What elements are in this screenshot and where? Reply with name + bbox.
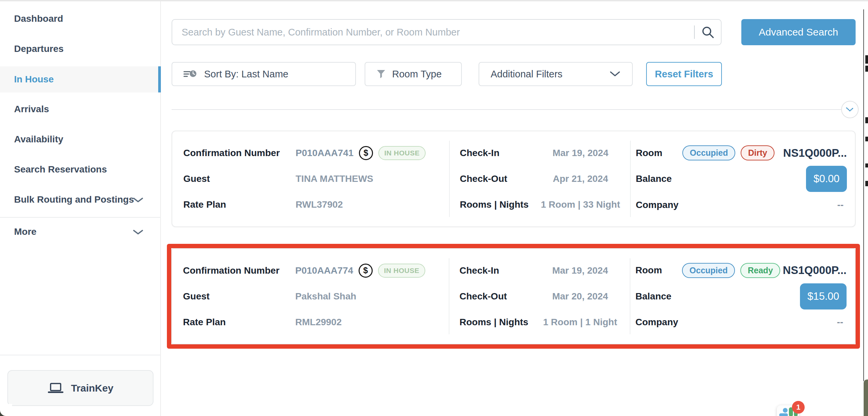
app-window: Dashboard Departures In House Arrivals A… xyxy=(0,0,868,416)
chevron-down-icon xyxy=(133,197,144,203)
check-in-date: Mar 19, 2024 xyxy=(532,148,629,158)
dollar-icon[interactable]: $ xyxy=(359,146,373,160)
room-label: Room xyxy=(636,265,662,276)
chevron-down-icon xyxy=(609,71,621,77)
guest-label: Guest xyxy=(183,173,296,184)
trainkey-button[interactable]: TrainKey xyxy=(7,370,154,406)
background-window-fragment xyxy=(865,181,868,186)
sidebar: Dashboard Departures In House Arrivals A… xyxy=(0,1,161,416)
search-input[interactable] xyxy=(172,19,721,45)
chat-icon-shape xyxy=(779,413,788,416)
status-badge: IN HOUSE xyxy=(378,146,426,160)
check-out-label: Check-Out xyxy=(460,291,531,302)
confirmation-number[interactable]: P010AAA741 xyxy=(296,148,353,158)
reservation-card[interactable]: Confirmation Number P010AAA741 $ IN HOUS… xyxy=(172,131,856,227)
advanced-search-button[interactable]: Advanced Search xyxy=(741,19,856,45)
card-column-divider xyxy=(449,258,450,334)
background-window-fragment xyxy=(865,66,868,72)
room-number: NS1Q000P... xyxy=(783,147,847,159)
housekeeping-badge: Dirty xyxy=(741,146,775,160)
company-label: Company xyxy=(636,317,678,327)
background-window-fragment xyxy=(865,163,868,167)
occupancy-badge: Occupied xyxy=(682,263,735,278)
highlight-box: Confirmation Number P010AAA774 $ IN HOUS… xyxy=(167,244,860,349)
balance-label: Balance xyxy=(636,173,672,184)
sidebar-item-departures[interactable]: Departures xyxy=(0,36,161,62)
check-out-label: Check-Out xyxy=(460,173,532,184)
room-type-label: Room Type xyxy=(392,69,442,80)
card-column-divider xyxy=(630,141,631,217)
background-window-fragment xyxy=(864,380,868,416)
background-window-fragment xyxy=(865,55,868,64)
company-value: -- xyxy=(837,317,846,327)
check-in-date: Mar 19, 2024 xyxy=(531,265,629,276)
room-label: Room xyxy=(636,148,662,158)
chevron-down-icon xyxy=(133,229,144,235)
company-label: Company xyxy=(636,200,679,210)
chat-icon-shape xyxy=(783,408,787,413)
confirmation-label: Confirmation Number xyxy=(183,148,296,158)
sort-by-label: Sort By: Last Name xyxy=(204,69,288,80)
rooms-nights-label: Rooms | Nights xyxy=(460,317,531,327)
check-in-label: Check-In xyxy=(460,265,531,276)
laptop-icon xyxy=(48,383,64,393)
background-window-edge xyxy=(863,9,864,381)
card-column-divider xyxy=(630,258,630,334)
rate-plan-label: Rate Plan xyxy=(183,199,296,210)
rate-plan-value: RML29902 xyxy=(295,317,342,327)
sidebar-item-bulk-routing[interactable]: Bulk Routing and Postings xyxy=(0,187,161,213)
additional-filters-button[interactable]: Additional Filters xyxy=(478,62,633,86)
trainkey-label: TrainKey xyxy=(71,383,114,394)
filter-funnel-icon xyxy=(376,69,386,79)
section-divider xyxy=(172,109,841,110)
sidebar-item-in-house[interactable]: In House xyxy=(0,66,161,92)
check-in-label: Check-In xyxy=(460,148,532,158)
rate-plan-label: Rate Plan xyxy=(183,317,295,327)
background-window-fragment xyxy=(865,137,868,141)
room-type-button[interactable]: Room Type xyxy=(365,62,462,86)
rooms-nights-value: 1 Room | 1 Night xyxy=(531,317,629,327)
reset-filters-button[interactable]: Reset Filters xyxy=(646,62,722,86)
guest-name: Pakshal Shah xyxy=(295,291,356,302)
occupancy-badge: Occupied xyxy=(682,146,735,160)
guest-label: Guest xyxy=(183,291,295,302)
rate-plan-value: RWL37902 xyxy=(296,199,343,210)
sidebar-footer-divider xyxy=(0,355,160,355)
sidebar-item-search-reservations[interactable]: Search Reservations xyxy=(0,156,161,183)
rooms-nights-label: Rooms | Nights xyxy=(460,199,532,210)
status-badge: IN HOUSE xyxy=(378,264,426,278)
balance-label: Balance xyxy=(636,291,671,302)
sidebar-item-more[interactable]: More xyxy=(0,219,161,245)
sidebar-item-dashboard[interactable]: Dashboard xyxy=(0,6,161,32)
housekeeping-badge: Ready xyxy=(740,263,780,278)
room-number: NS1Q000P... xyxy=(783,264,846,277)
additional-filters-label: Additional Filters xyxy=(491,69,562,80)
balance-button[interactable]: $0.00 xyxy=(806,166,847,192)
card-column-divider xyxy=(449,141,450,217)
search-icon[interactable] xyxy=(701,26,715,39)
balance-button[interactable]: $15.00 xyxy=(800,283,846,310)
notification-badge[interactable]: 1 xyxy=(792,401,805,414)
confirmation-label: Confirmation Number xyxy=(183,265,295,276)
chevron-down-icon xyxy=(845,107,854,112)
collapse-toggle[interactable] xyxy=(841,101,859,118)
background-window-fragment xyxy=(865,117,868,123)
search-divider xyxy=(694,26,695,39)
reservation-card[interactable]: Confirmation Number P010AAA774 $ IN HOUS… xyxy=(171,248,856,344)
check-out-date: Mar 20, 2024 xyxy=(531,291,629,302)
sidebar-item-availability[interactable]: Availability xyxy=(0,126,161,152)
guest-name: TINA MATTHEWS xyxy=(296,173,373,184)
confirmation-number[interactable]: P010AAA774 xyxy=(295,265,353,276)
sort-by-button[interactable]: Sort By: Last Name xyxy=(172,62,356,86)
sidebar-divider xyxy=(0,217,160,218)
dollar-icon[interactable]: $ xyxy=(359,264,373,278)
window-corner-mask xyxy=(0,404,12,416)
sidebar-item-arrivals[interactable]: Arrivals xyxy=(0,96,161,122)
rooms-nights-value: 1 Room | 33 Night xyxy=(532,199,629,210)
company-value: -- xyxy=(837,200,847,210)
sort-icon xyxy=(183,68,197,80)
check-out-date: Apr 21, 2024 xyxy=(532,173,629,184)
